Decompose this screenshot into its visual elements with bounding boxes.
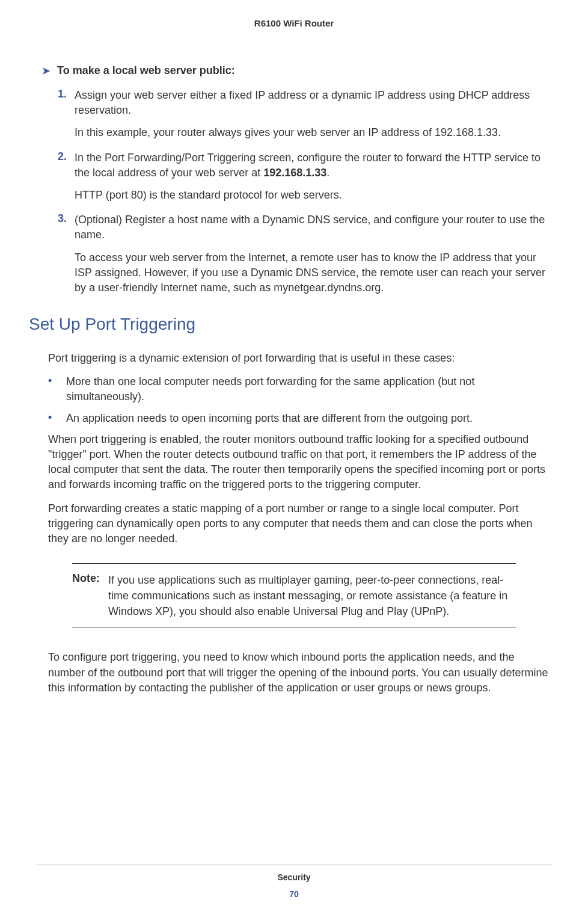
footer-chapter: Security [36, 872, 552, 882]
page-header-title: R6100 WiFi Router [36, 18, 552, 28]
step-text: Assign your web server either a fixed IP… [75, 88, 552, 118]
step-subtext: To access your web server from the Inter… [75, 250, 552, 296]
step-bold-ip: 192.168.1.33 [263, 167, 326, 179]
section-para: Port forwarding creates a static mapping… [48, 501, 552, 547]
step-number: 2. [58, 150, 75, 181]
note-label: Note: [72, 572, 108, 619]
chevron-right-icon: ➤ [42, 65, 50, 76]
step-text: In the Port Forwarding/Port Triggering s… [75, 150, 552, 181]
section-para: To configure port triggering, you need t… [48, 650, 552, 696]
page-footer: Security 70 [36, 865, 552, 899]
bullet-text: An application needs to open incoming po… [66, 411, 473, 426]
step-row: 3. (Optional) Register a host name with … [58, 212, 552, 242]
bullet-row: • More than one local computer needs por… [48, 374, 552, 404]
note-block: Note: If you use applications such as mu… [72, 563, 516, 628]
bullet-row: • An application needs to open incoming … [48, 411, 552, 426]
step-text: (Optional) Register a host name with a D… [75, 212, 552, 242]
procedure-heading-row: ➤ To make a local web server public: [42, 64, 552, 77]
bullet-text: More than one local computer needs port … [66, 374, 552, 404]
bullet-icon: • [48, 411, 66, 426]
step-row: 1. Assign your web server either a fixed… [58, 88, 552, 118]
section-para: When port triggering is enabled, the rou… [48, 432, 552, 493]
procedure-title: To make a local web server public: [57, 64, 235, 77]
step-row: 2. In the Port Forwarding/Port Triggerin… [58, 150, 552, 181]
bullet-icon: • [48, 374, 66, 404]
section-heading: Set Up Port Triggering [29, 315, 552, 334]
step-subtext: HTTP (port 80) is the standard protocol … [75, 188, 552, 203]
step-number: 3. [58, 212, 75, 242]
step-post: . [326, 167, 329, 179]
step-number: 1. [58, 88, 75, 118]
footer-page-number: 70 [36, 889, 552, 899]
section-intro: Port triggering is a dynamic extension o… [48, 351, 552, 366]
note-text: If you use applications such as multipla… [108, 572, 516, 619]
step-subtext: In this example, your router always give… [75, 125, 552, 140]
